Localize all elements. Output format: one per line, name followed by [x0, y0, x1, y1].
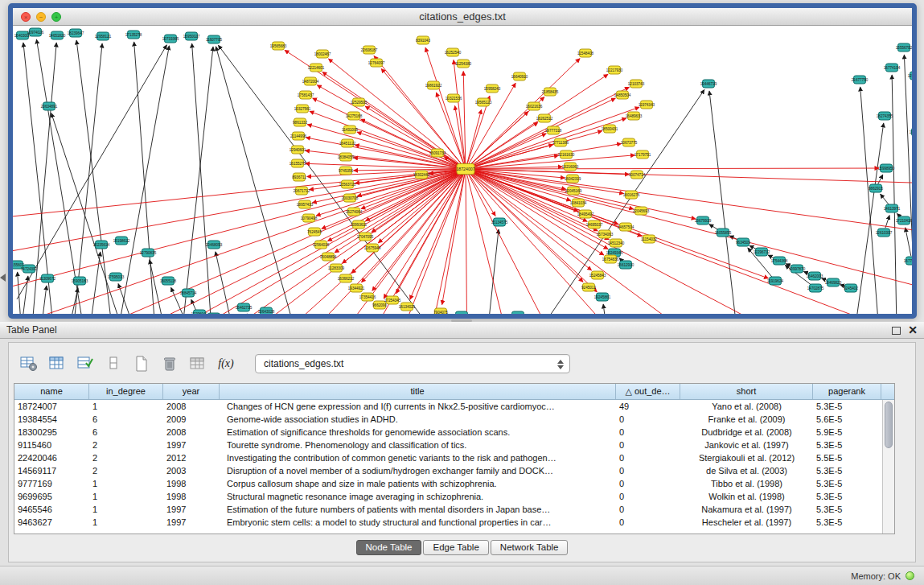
table-cell[interactable]: 5.5E-5 — [813, 451, 881, 464]
graph-edge[interactable] — [18, 272, 23, 314]
graph-node[interactable]: 14275168 — [346, 112, 363, 120]
graph-node[interactable]: 18845714 — [180, 289, 197, 297]
graph-node[interactable]: 14657504 — [618, 223, 634, 231]
column-header-1[interactable]: in_degree — [89, 384, 163, 399]
table-cell[interactable]: 5.3E-5 — [813, 516, 881, 529]
graph-edge[interactable] — [216, 47, 305, 314]
graph-node[interactable]: 12214601 — [308, 64, 325, 72]
show-columns-button[interactable] — [47, 353, 68, 374]
graph-node[interactable]: 21677750 — [852, 76, 869, 84]
table-cell[interactable]: Hescheler et al. (1997) — [680, 516, 813, 529]
table-cell[interactable]: 5.3E-5 — [813, 477, 881, 490]
graph-node[interactable]: 12296041 — [191, 310, 208, 314]
close-window-button[interactable]: × — [21, 12, 31, 22]
graph-node[interactable]: 10327561 — [294, 105, 311, 113]
column-header-0[interactable]: name — [14, 384, 89, 399]
graph-node[interactable]: 18262512 — [536, 114, 553, 122]
table-cell[interactable]: 19384554 — [14, 413, 89, 426]
graph-node[interactable]: 13216063 — [562, 163, 579, 171]
new-table-button[interactable] — [131, 353, 152, 374]
graph-edge[interactable] — [192, 43, 214, 314]
table-cell[interactable]: 2012 — [163, 451, 220, 464]
graph-node[interactable]: 15950027 — [183, 32, 200, 40]
graph-node[interactable]: 17031683 — [910, 128, 912, 136]
graph-node[interactable]: 18724007 — [456, 164, 474, 175]
graph-node[interactable]: 9245402 — [844, 284, 858, 292]
graph-node[interactable]: 17581437 — [298, 91, 314, 99]
graph-edge[interactable] — [466, 169, 467, 314]
graph-node[interactable]: 10993611 — [351, 220, 368, 229]
graph-node[interactable]: 14850504 — [614, 91, 631, 99]
table-cell[interactable]: 0 — [616, 451, 680, 464]
graph-node[interactable]: 11974343 — [639, 101, 655, 109]
graph-node[interactable]: 12161630 — [558, 150, 575, 159]
graph-edge[interactable] — [466, 118, 626, 169]
graph-node[interactable]: 22045693 — [633, 207, 650, 215]
graph-node[interactable]: 16754836 — [602, 255, 619, 263]
graph-node[interactable]: 14724302 — [21, 265, 38, 273]
graph-node[interactable]: 22045169 — [565, 187, 582, 195]
graph-node[interactable]: 19861922 — [425, 81, 442, 89]
table-cell[interactable]: 5.6E-5 — [813, 413, 881, 426]
graph-node[interactable]: 17047095 — [357, 233, 374, 241]
table-cell[interactable]: Tourette syndrome. Phenomenology and cla… — [220, 439, 616, 451]
graph-node[interactable]: 12790835 — [140, 249, 157, 257]
graph-edge[interactable] — [36, 39, 88, 314]
column-header-2[interactable]: year — [163, 384, 220, 399]
table-cell[interactable]: Wolkin et al. (1998) — [680, 490, 813, 503]
table-cell[interactable]: 49 — [616, 400, 680, 413]
tab-network-table[interactable]: Network Table — [491, 540, 569, 555]
graph-node[interactable]: 7624545 — [307, 228, 322, 236]
tab-node-table[interactable]: Node Table — [356, 540, 422, 555]
table-cell[interactable]: 1997 — [163, 439, 220, 451]
table-cell[interactable]: 18300295 — [14, 426, 89, 439]
table-cell[interactable]: 0 — [616, 490, 680, 503]
graph-edge[interactable] — [466, 169, 912, 291]
table-cell[interactable]: 0 — [616, 477, 680, 490]
table-cell[interactable]: 1 — [89, 477, 163, 490]
graph-node[interactable]: 16055118 — [160, 277, 177, 285]
minimize-window-button[interactable]: − — [36, 12, 46, 22]
graph-node[interactable]: 15274064 — [346, 208, 363, 216]
graph-edge[interactable] — [150, 260, 173, 314]
graph-node[interactable]: 18302442 — [413, 171, 430, 179]
table-cell[interactable]: 5.3E-5 — [813, 400, 881, 413]
table-cell[interactable]: 2 — [89, 439, 163, 451]
table-cell[interactable]: 2009 — [163, 413, 220, 426]
table-cell[interactable]: 0 — [616, 516, 680, 529]
graph-node[interactable]: 14702875 — [807, 284, 824, 292]
graph-node[interactable]: 22608187 — [361, 46, 378, 54]
graph-node[interactable]: 9536098 — [207, 313, 221, 314]
graph-node[interactable]: 15198612 — [113, 237, 130, 245]
graph-node[interactable]: 16091734 — [429, 149, 446, 157]
graph-node[interactable]: 10074714 — [629, 171, 646, 179]
table-row[interactable]: 2242004622012Investigating the contribut… — [14, 451, 882, 464]
table-cell[interactable]: 2 — [89, 451, 163, 464]
graph-node[interactable]: 20030708 — [342, 194, 359, 202]
tab-edge-table[interactable]: Edge Table — [423, 540, 488, 555]
graph-node[interactable]: 11309672 — [39, 274, 56, 282]
table-cell[interactable]: Structural magnetic resonance image aver… — [220, 490, 616, 503]
table-cell[interactable]: Disruption of a novel member of a sodium… — [220, 464, 616, 477]
graph-node[interactable]: 11283309 — [328, 264, 345, 272]
graph-node[interactable]: 14872004 — [302, 77, 319, 85]
graph-node[interactable]: 15734063 — [597, 230, 614, 238]
graph-node[interactable]: 11607705 — [206, 35, 223, 43]
graph-node[interactable]: 18957433 — [297, 200, 314, 208]
graph-node[interactable]: 16042319 — [565, 175, 581, 183]
graph-node[interactable]: 11919624 — [767, 277, 784, 285]
table-cell[interactable]: Nakamura et al. (1997) — [680, 503, 813, 516]
graph-node[interactable]: 13679919 — [695, 216, 712, 225]
graph-edge[interactable] — [51, 113, 132, 314]
table-cell[interactable]: 5.3E-5 — [813, 490, 881, 503]
graph-node[interactable]: 9245012 — [581, 283, 596, 291]
graph-edge[interactable] — [17, 45, 166, 299]
graph-node[interactable]: 10790498 — [301, 214, 318, 222]
graph-node[interactable]: 20671712 — [294, 187, 310, 195]
graph-node[interactable]: 15556702 — [896, 43, 912, 51]
table-row[interactable]: 1938455462009Genome-wide association stu… — [14, 413, 882, 426]
graph-node[interactable]: 19344921 — [348, 284, 365, 292]
graph-node[interactable]: 12103743 — [628, 80, 645, 88]
graph-edge[interactable] — [881, 194, 889, 204]
table-cell[interactable]: 6 — [89, 426, 163, 439]
